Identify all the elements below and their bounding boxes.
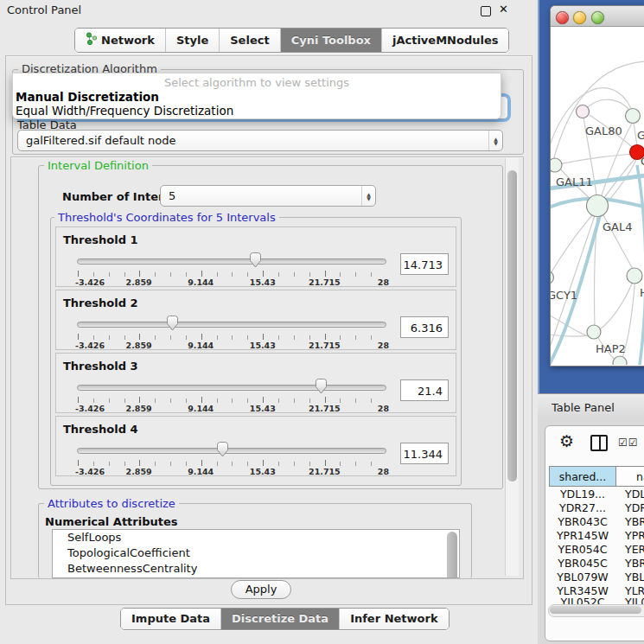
tick-label: 28 [378, 467, 389, 476]
table-row[interactable]: YDL19...YDL1 [547, 488, 644, 501]
list-item[interactable]: TopologicalCoefficient [53, 545, 459, 561]
panel-title: Control Panel [7, 3, 81, 16]
threshold-3-value-field[interactable]: 21.4 [400, 379, 449, 401]
dropdown-prompt: Select algorithm to view settings [13, 76, 501, 89]
tab-discretize-data[interactable]: Discretize Data [221, 609, 340, 629]
node-partial[interactable] [613, 356, 627, 365]
slider-track[interactable] [77, 322, 386, 328]
column-header-shared[interactable]: shared... [549, 466, 616, 487]
control-panel: Control Panel ✕ Network Style Select Cyn… [0, 0, 538, 644]
cell-name: YDR2 [625, 501, 644, 515]
cell-shared: YER054C [549, 543, 616, 557]
node-gal4[interactable] [587, 195, 609, 217]
table-row[interactable]: YDR27...YDR2 [547, 501, 644, 515]
tab-jactivemnodules[interactable]: jActiveMNodules [382, 29, 509, 52]
dropdown-option-manual[interactable]: Manual Discretization [16, 90, 159, 104]
slider-scale: -3.426 2.859 9.144 15.43 21.715 28 [77, 341, 386, 351]
threshold-2-value-field[interactable]: 6.316 [400, 316, 449, 338]
tab-select[interactable]: Select [220, 29, 280, 52]
scrollbar-thumb[interactable] [507, 170, 517, 481]
table-row[interactable]: YIL052CYIL0 [547, 596, 644, 604]
threshold-3-slider[interactable]: -3.426 2.859 9.144 15.43 21.715 28 [77, 378, 386, 412]
tab-network[interactable]: Network [75, 29, 166, 52]
slider-scale: -3.426 2.859 9.144 15.43 21.715 28 [77, 467, 386, 477]
apply-button[interactable]: Apply [231, 580, 291, 599]
threshold-1-value-field[interactable]: 14.713 [400, 253, 449, 275]
node-gal80[interactable] [577, 105, 590, 118]
columns-icon[interactable] [590, 435, 608, 451]
attributes-group-title: Attributes to discretize [44, 498, 179, 509]
slider-track[interactable] [77, 258, 386, 265]
slider-thumb[interactable] [315, 379, 328, 394]
slider-ticks [77, 460, 386, 466]
horizontal-scrollbar[interactable] [548, 604, 644, 617]
slider-ticks [77, 334, 386, 340]
scrollbar-track[interactable] [505, 158, 519, 576]
table-row[interactable]: YER054CYER0 [547, 543, 644, 557]
list-item[interactable]: BetweennessCentrality [53, 561, 459, 577]
tab-style[interactable]: Style [166, 29, 220, 52]
network-window-titlebar[interactable] [551, 6, 644, 27]
slider-ticks [77, 271, 386, 277]
cell-name: YIL0 [625, 596, 644, 604]
node-h[interactable] [627, 268, 642, 284]
slider-thumb[interactable] [216, 442, 229, 457]
network-window: GAL80 GA GAL11 GAL4 GCY1 H HAP2 C [550, 5, 644, 367]
slider-track[interactable] [77, 385, 386, 391]
node-label: GAL4 [603, 220, 632, 233]
float-window-icon[interactable] [481, 6, 491, 16]
tick-label: 2.859 [126, 404, 152, 413]
slider-scale: -3.426 2.859 9.144 15.43 21.715 28 [77, 277, 386, 288]
cell-shared: YDR27... [549, 501, 616, 515]
tab-cyni-toolbox[interactable]: Cyni Toolbox [281, 29, 382, 52]
node-label: GAL80 [585, 124, 622, 137]
numerical-attributes-label: Numerical Attributes [45, 515, 178, 528]
threshold-2-slider[interactable]: -3.426 2.859 9.144 15.43 21.715 28 [77, 315, 386, 349]
tick-label: 28 [378, 341, 389, 350]
tab-impute-data[interactable]: Impute Data [121, 609, 221, 629]
table-row[interactable]: YPR145WYPR1 [547, 529, 644, 543]
slider-thumb[interactable] [166, 316, 179, 331]
cell-shared: YDL19... [549, 488, 616, 501]
checkbox-icons[interactable]: ☑☑ [618, 437, 639, 449]
list-item[interactable]: SelfLoops [53, 530, 459, 545]
threshold-1-slider[interactable]: -3.426 2.859 9.144 15.43 21.715 28 [77, 252, 386, 286]
tab-style-label: Style [176, 34, 208, 47]
combo-spinner-icon[interactable]: ▲ ▼ [361, 186, 375, 206]
combo-spinner-icon[interactable]: ▲ ▼ [488, 131, 502, 150]
close-traffic-light-icon[interactable] [556, 11, 569, 24]
tick-label: 21.715 [309, 277, 341, 287]
minimize-traffic-light-icon[interactable] [573, 11, 586, 24]
list-scrollbar[interactable] [447, 532, 457, 578]
bottom-tabbar: Impute Data Discretize Data Infer Networ… [120, 608, 450, 630]
node-gcy1[interactable] [551, 271, 554, 284]
tab-infer-network[interactable]: Infer Network [340, 609, 448, 629]
zoom-traffic-light-icon[interactable] [591, 11, 604, 24]
table-data-combobox[interactable]: galFiltered.sif default node ▲ ▼ [17, 130, 503, 151]
gear-icon[interactable]: ⚙ [559, 431, 574, 450]
node-hap2[interactable] [587, 325, 601, 339]
node-label: GA [637, 129, 644, 142]
node-label: C [641, 155, 644, 168]
numerical-attributes-list[interactable]: SelfLoops TopologicalCoefficient Between… [52, 529, 460, 578]
number-of-intervals-combobox[interactable]: 5 ▲ ▼ [160, 185, 376, 207]
tick-label: 9.144 [188, 404, 214, 413]
network-canvas[interactable]: GAL80 GA GAL11 GAL4 GCY1 H HAP2 C [551, 27, 644, 365]
table-row[interactable]: YBR043CYBR0 [547, 515, 644, 529]
dropdown-option-equal-width[interactable]: Equal Width/Frequency Discretization [16, 104, 233, 118]
node-gal11[interactable] [551, 158, 562, 172]
horizontal-scrollbar-thumb[interactable] [550, 606, 641, 614]
threshold-4-slider[interactable]: -3.426 2.859 9.144 15.43 21.715 28 [77, 441, 386, 475]
close-icon[interactable]: ✕ [499, 3, 508, 16]
tab-discretize-data-label: Discretize Data [232, 612, 328, 625]
node-ga[interactable] [626, 109, 641, 124]
slider-thumb[interactable] [249, 252, 262, 268]
table-row[interactable]: YBL079WYBL0 [547, 571, 644, 584]
threshold-3-panel: Threshold 3 -3.426 2.859 9.144 15.43 21.… [55, 353, 456, 413]
spinner-down-icon: ▼ [367, 196, 371, 201]
threshold-2-label: Threshold 2 [63, 296, 138, 309]
column-header-name[interactable]: na [616, 466, 644, 487]
threshold-4-value-field[interactable]: 11.344 [400, 443, 449, 464]
table-row[interactable]: YBR045CYBR0 [547, 557, 644, 571]
slider-track[interactable] [77, 448, 386, 454]
